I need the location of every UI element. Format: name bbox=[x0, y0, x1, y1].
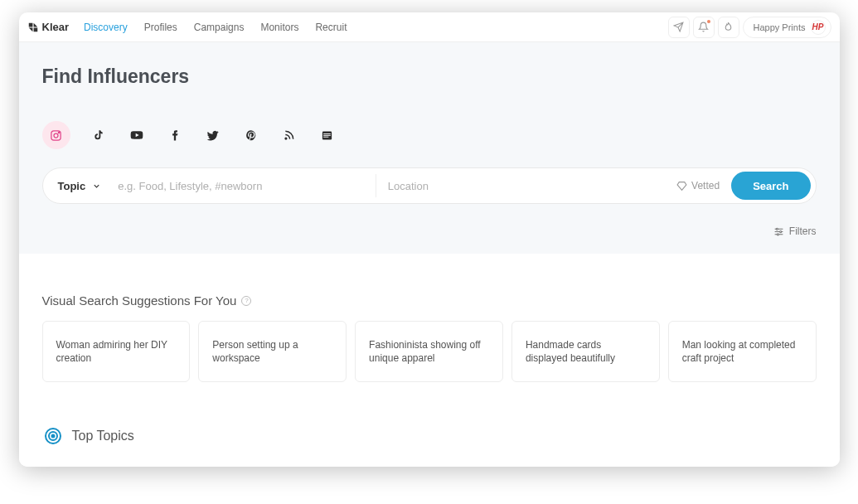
topbar-right: Happy Prints HP bbox=[668, 17, 831, 38]
twitter-icon bbox=[206, 129, 219, 142]
instagram-icon bbox=[50, 129, 62, 142]
divider bbox=[376, 174, 376, 197]
platform-twitter[interactable] bbox=[203, 125, 223, 145]
brand-logo[interactable]: Klear bbox=[27, 21, 70, 33]
nav-profiles[interactable]: Profiles bbox=[144, 22, 177, 33]
svg-point-1 bbox=[54, 133, 58, 138]
main-nav: Discovery Profiles Campaigns Monitors Re… bbox=[84, 22, 347, 33]
suggestion-card[interactable]: Handmade cards displayed beautifully bbox=[511, 321, 660, 382]
platform-youtube[interactable] bbox=[127, 125, 147, 145]
nav-monitors[interactable]: Monitors bbox=[260, 22, 298, 33]
platform-instagram[interactable] bbox=[42, 121, 70, 149]
suggestion-card[interactable]: Fashioninista showing off unique apparel bbox=[355, 321, 503, 382]
chevron-down-icon bbox=[92, 182, 101, 191]
notification-dot bbox=[707, 20, 710, 23]
flame-icon bbox=[723, 22, 734, 32]
svg-point-2 bbox=[58, 132, 59, 133]
facebook-icon bbox=[169, 129, 181, 141]
svg-point-11 bbox=[776, 228, 778, 230]
app-window: Klear Discovery Profiles Campaigns Monit… bbox=[19, 12, 840, 467]
suggestion-card[interactable]: Person setting up a workspace bbox=[198, 321, 347, 382]
platform-selector bbox=[42, 121, 817, 149]
account-avatar: HP bbox=[811, 20, 826, 35]
filters-button[interactable]: Filters bbox=[773, 225, 817, 237]
topic-dropdown-label: Topic bbox=[58, 180, 86, 192]
platform-pinterest[interactable] bbox=[241, 125, 261, 145]
filters-row: Filters bbox=[42, 225, 817, 237]
rss-icon bbox=[284, 129, 295, 141]
nav-recruit[interactable]: Recruit bbox=[315, 22, 347, 33]
account-name: Happy Prints bbox=[754, 22, 806, 32]
filters-label: Filters bbox=[789, 225, 817, 237]
search-button[interactable]: Search bbox=[731, 172, 810, 200]
svg-rect-7 bbox=[323, 136, 328, 137]
brand-name: Klear bbox=[42, 21, 70, 33]
platform-website[interactable] bbox=[318, 125, 337, 145]
suggestion-card[interactable]: Woman admiring her DIY creation bbox=[42, 321, 191, 382]
website-icon bbox=[321, 129, 333, 142]
topic-dropdown[interactable]: Topic bbox=[58, 180, 112, 192]
suggestions-heading-row: Visual Search Suggestions For You ? bbox=[42, 293, 817, 308]
svg-point-13 bbox=[777, 233, 778, 235]
topbar: Klear Discovery Profiles Campaigns Monit… bbox=[19, 12, 840, 42]
vetted-label: Vetted bbox=[691, 180, 720, 191]
pinterest-icon bbox=[245, 129, 257, 141]
suggestions-grid: Woman admiring her DIY creation Person s… bbox=[42, 321, 817, 382]
diamond-icon bbox=[676, 181, 687, 191]
platform-tiktok[interactable] bbox=[89, 125, 109, 145]
suggestion-card[interactable]: Man looking at completed craft project bbox=[668, 321, 817, 382]
top-topics-row: Top Topics bbox=[42, 425, 817, 447]
svg-rect-6 bbox=[323, 134, 331, 135]
nav-campaigns[interactable]: Campaigns bbox=[194, 22, 245, 33]
svg-rect-5 bbox=[323, 133, 331, 134]
account-menu[interactable]: Happy Prints HP bbox=[743, 17, 831, 38]
svg-point-12 bbox=[779, 230, 781, 232]
topic-input[interactable] bbox=[111, 180, 371, 192]
brand-icon bbox=[27, 22, 39, 33]
discovery-hero: Find Influencers bbox=[19, 42, 840, 254]
youtube-icon bbox=[130, 128, 143, 142]
bell-icon bbox=[698, 22, 709, 32]
vetted-toggle[interactable]: Vetted bbox=[665, 180, 731, 191]
activity-button[interactable] bbox=[718, 17, 739, 38]
suggestions-heading: Visual Search Suggestions For You bbox=[42, 293, 237, 308]
platform-facebook[interactable] bbox=[165, 125, 185, 145]
search-bar: Topic Vetted Search bbox=[42, 167, 817, 204]
platform-rss[interactable] bbox=[279, 125, 299, 145]
sliders-icon bbox=[773, 226, 784, 237]
send-button[interactable] bbox=[668, 17, 690, 38]
paper-plane-icon bbox=[673, 22, 684, 32]
svg-point-3 bbox=[285, 138, 287, 139]
top-topics-label: Top Topics bbox=[72, 429, 134, 443]
page-title: Find Influencers bbox=[42, 65, 817, 88]
notifications-button[interactable] bbox=[693, 17, 715, 38]
svg-point-16 bbox=[51, 435, 54, 438]
lower-section: Visual Search Suggestions For You ? Woma… bbox=[19, 254, 840, 467]
nav-discovery[interactable]: Discovery bbox=[84, 22, 128, 33]
target-icon bbox=[42, 425, 64, 447]
tiktok-icon bbox=[93, 129, 104, 141]
help-icon[interactable]: ? bbox=[241, 296, 251, 306]
location-input[interactable] bbox=[381, 180, 665, 192]
